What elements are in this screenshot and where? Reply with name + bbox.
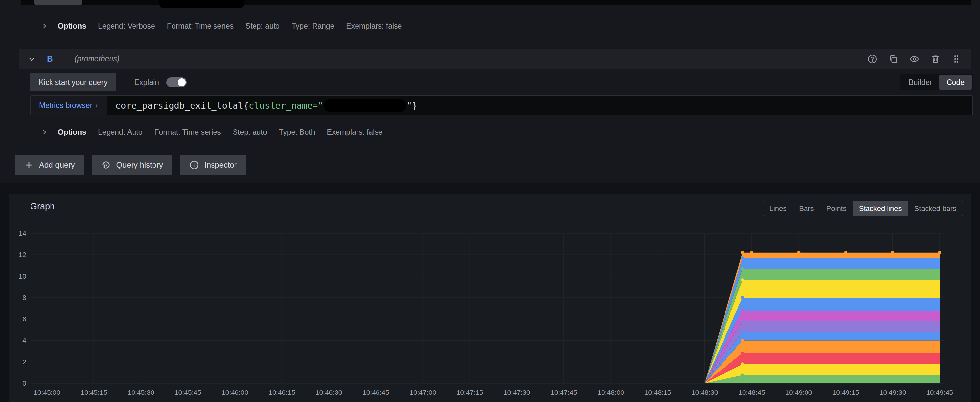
query-b-options-row[interactable]: Options Legend: Auto Format: Time series… xyxy=(41,124,383,141)
mode-stacked-bars-button[interactable]: Stacked bars xyxy=(908,201,963,216)
step-summary: Step: auto xyxy=(245,22,280,30)
query-actions-row: Add query Query history Inspector xyxy=(15,155,246,175)
duplicate-query-icon[interactable] xyxy=(888,54,899,65)
drag-handle-grip-icon[interactable] xyxy=(951,54,962,65)
series-knee-marker xyxy=(741,296,744,299)
exemplars-summary: Exemplars: false xyxy=(346,22,402,30)
help-icon[interactable] xyxy=(867,54,878,65)
hide-response-eye-icon[interactable] xyxy=(909,54,920,65)
series-knee-marker xyxy=(741,309,744,312)
x-axis-tick-label: 10:46:30 xyxy=(315,389,342,396)
y-axis-tick-label: 10 xyxy=(19,272,26,280)
query-a-options-row[interactable]: Options Legend: Verbose Format: Time ser… xyxy=(41,17,402,35)
explain-toggle[interactable] xyxy=(166,77,187,87)
stacked-area-chart[interactable]: 0246810121410:45:0010:45:1510:45:3010:45… xyxy=(9,218,971,402)
top-series-marker xyxy=(797,251,800,254)
kick-start-query-button[interactable]: Kick start your query xyxy=(30,73,116,92)
x-axis-tick-label: 10:45:30 xyxy=(127,389,154,396)
x-axis-tick-label: 10:45:00 xyxy=(33,389,60,396)
chevron-right-icon: › xyxy=(95,101,98,110)
datasource-name: (prometheus) xyxy=(75,54,120,63)
type-summary: Type: Both xyxy=(279,128,315,137)
query-a-editor-fragment xyxy=(35,0,82,5)
add-query-button[interactable]: Add query xyxy=(15,155,84,175)
display-mode-switch: Lines Bars Points Stacked lines Stacked … xyxy=(763,201,963,216)
x-axis-tick-label: 10:47:45 xyxy=(550,389,577,396)
remove-query-trash-icon[interactable] xyxy=(930,54,941,65)
top-series-marker xyxy=(844,251,847,254)
type-summary: Type: Range xyxy=(291,22,334,30)
exemplars-summary: Exemplars: false xyxy=(327,128,383,137)
x-axis-tick-label: 10:47:30 xyxy=(503,389,530,396)
step-summary: Step: auto xyxy=(233,128,267,137)
series-knee-marker xyxy=(741,331,744,334)
metric-name: core_parsigdb_exit_total{ xyxy=(115,100,248,111)
explain-label: Explain xyxy=(134,78,159,87)
info-icon xyxy=(189,160,199,170)
mode-bars-button[interactable]: Bars xyxy=(793,201,820,216)
redacted-value xyxy=(159,0,244,8)
series-knee-marker xyxy=(741,256,744,260)
label-operator: =" xyxy=(313,100,323,111)
history-icon xyxy=(101,160,111,170)
mode-lines-button[interactable]: Lines xyxy=(763,201,793,216)
query-history-button[interactable]: Query history xyxy=(92,155,172,175)
graph-panel-header: Graph Lines Bars Points Stacked lines St… xyxy=(9,194,971,218)
query-a-editor-cutoff xyxy=(21,0,971,5)
query-ref-id: B xyxy=(47,54,53,64)
y-axis-tick-label: 0 xyxy=(22,380,26,387)
plus-icon xyxy=(24,160,34,170)
toggle-knob xyxy=(178,78,186,86)
series-knee-marker xyxy=(741,339,744,342)
y-axis-tick-label: 14 xyxy=(19,230,27,237)
builder-mode-button[interactable]: Builder xyxy=(901,75,939,89)
format-summary: Format: Time series xyxy=(154,128,221,137)
chevron-right-icon[interactable] xyxy=(41,22,48,30)
chevron-right-icon[interactable] xyxy=(41,129,48,136)
x-axis-tick-label: 10:48:00 xyxy=(597,389,624,396)
series-knee-marker xyxy=(741,352,744,355)
query-b-header[interactable]: B (prometheus) xyxy=(19,49,971,69)
x-axis-tick-label: 10:48:30 xyxy=(691,389,718,396)
panel-title: Graph xyxy=(30,201,55,211)
x-axis-tick-label: 10:46:45 xyxy=(363,389,389,396)
x-axis-tick-label: 10:47:00 xyxy=(409,389,436,396)
top-series-marker xyxy=(891,251,894,254)
format-summary: Format: Time series xyxy=(167,22,234,30)
redacted-cluster-name xyxy=(324,99,406,113)
x-axis-tick-label: 10:49:00 xyxy=(785,389,812,396)
x-axis-tick-label: 10:48:15 xyxy=(644,389,671,396)
x-axis-tick-label: 10:46:15 xyxy=(268,389,295,396)
series-knee-marker xyxy=(741,374,744,377)
query-closing: "} xyxy=(407,100,417,111)
y-axis-tick-label: 12 xyxy=(19,251,26,258)
query-header-actions xyxy=(867,54,962,65)
label-name: cluster_name xyxy=(248,100,313,111)
inspector-button[interactable]: Inspector xyxy=(180,155,246,175)
legend-summary: Legend: Auto xyxy=(98,128,143,137)
mode-points-button[interactable]: Points xyxy=(820,201,853,216)
editor-mode-switch: Builder Code xyxy=(900,74,973,91)
x-axis-tick-label: 10:49:30 xyxy=(879,389,906,396)
code-mode-button[interactable]: Code xyxy=(939,75,972,89)
promql-editor-row[interactable]: Metrics browser › core_parsigdb_exit_tot… xyxy=(30,95,973,115)
y-axis-tick-label: 4 xyxy=(22,337,26,344)
x-axis-tick-label: 10:45:15 xyxy=(80,389,107,396)
metrics-browser-button[interactable]: Metrics browser › xyxy=(30,96,107,115)
x-axis-tick-label: 10:48:45 xyxy=(738,389,765,396)
options-label[interactable]: Options xyxy=(58,128,86,137)
graph-panel: Graph Lines Bars Points Stacked lines St… xyxy=(9,194,971,402)
chevron-down-icon[interactable] xyxy=(28,55,36,63)
top-series-marker xyxy=(750,251,753,254)
promql-query-text[interactable]: core_parsigdb_exit_total{ cluster_name =… xyxy=(115,99,417,113)
y-axis-tick-label: 6 xyxy=(22,315,26,323)
stacked-series-area xyxy=(47,375,940,384)
options-label[interactable]: Options xyxy=(58,22,86,30)
series-knee-marker xyxy=(741,267,744,270)
legend-summary: Legend: Verbose xyxy=(98,22,155,30)
query-b-toolbar: Kick start your query Explain Builder Co… xyxy=(30,73,973,92)
mode-stacked-lines-button[interactable]: Stacked lines xyxy=(853,201,908,216)
x-axis-tick-label: 10:47:15 xyxy=(456,389,483,396)
x-axis-tick-label: 10:49:45 xyxy=(926,389,953,396)
query-editor-section: Options Legend: Verbose Format: Time ser… xyxy=(0,0,980,183)
